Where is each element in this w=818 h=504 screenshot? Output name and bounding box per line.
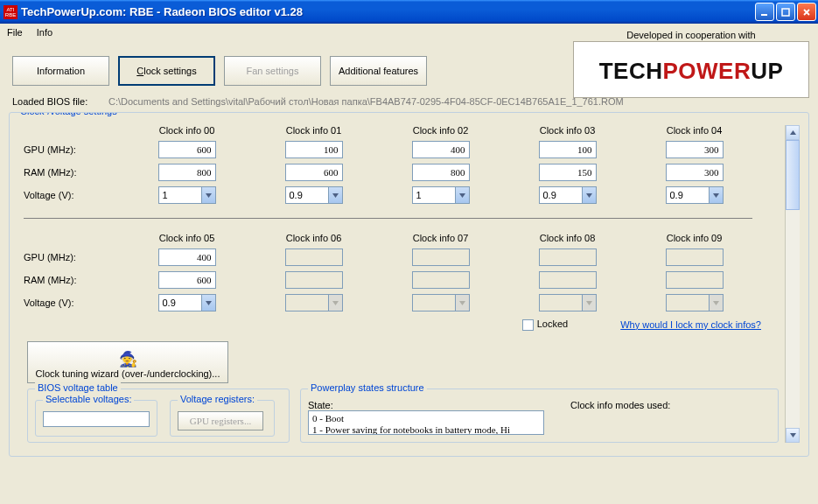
wizard-icon: 🧙 [119, 352, 137, 367]
bios-voltage-legend: BIOS voltage table [35, 382, 121, 393]
voltage-combo-01[interactable]: 0.9 [285, 186, 343, 204]
gpu-input-05[interactable] [158, 248, 216, 266]
ram-input-02[interactable] [412, 164, 470, 181]
col-hdr-05: Clock info 05 [123, 233, 250, 243]
col-hdr-00: Clock info 00 [123, 125, 250, 136]
maximize-button[interactable] [776, 3, 795, 21]
gpu-label: GPU (MHz): [18, 144, 123, 155]
powerplay-legend: Powerplay states structure [308, 382, 427, 393]
col-hdr-09: Clock info 09 [631, 233, 758, 243]
chevron-down-icon [709, 295, 723, 311]
chevron-down-icon [455, 295, 469, 311]
gpu-input-08 [539, 248, 597, 266]
chevron-down-icon [201, 295, 215, 311]
ram-input-04[interactable] [666, 164, 724, 181]
ram-input-07 [412, 271, 470, 289]
col-hdr-07: Clock info 07 [377, 233, 504, 243]
scroll-thumb[interactable] [786, 140, 800, 210]
voltage-combo-04[interactable]: 0.9 [666, 186, 724, 204]
ram-input-08 [539, 271, 597, 289]
clock-modes-label: Clock info modes used: [570, 400, 670, 410]
scroll-up-button[interactable] [786, 125, 800, 140]
voltage-combo-03[interactable]: 0.9 [539, 186, 597, 204]
col-hdr-02: Clock info 02 [377, 125, 504, 136]
gpu-input-06 [285, 248, 343, 266]
cooperation-panel: Developed in cooperation with TECHPOWERU… [573, 41, 809, 98]
ram-input-00[interactable] [158, 164, 216, 181]
ram-input-06 [285, 271, 343, 289]
gpu-input-02[interactable] [412, 141, 470, 158]
svg-rect-1 [782, 9, 789, 16]
locked-checkbox[interactable]: Locked [522, 318, 568, 331]
bios-voltage-table-fieldset: BIOS voltage table Selectable voltages: … [27, 388, 290, 443]
voltage-combo-00[interactable]: 1 [158, 186, 216, 204]
col-hdr-06: Clock info 06 [250, 233, 377, 243]
voltage-combo-08 [539, 294, 597, 312]
ram-label-2: RAM (MHz): [18, 275, 123, 285]
voltage-combo-05[interactable]: 0.9 [158, 294, 216, 312]
voltage-combo-06 [285, 294, 343, 312]
col-hdr-04: Clock info 04 [631, 125, 758, 136]
selectable-voltages-list[interactable] [43, 411, 150, 427]
scroll-down-button[interactable] [786, 428, 800, 443]
voltage-registers-fieldset: Voltage registers: GPU registers... [170, 400, 275, 437]
col-hdr-01: Clock info 01 [250, 125, 377, 136]
tab-clock-settings[interactable]: Clock settings [118, 56, 215, 86]
clock-tuning-wizard-button[interactable]: 🧙 Clock tuning wizard (over-/underclocki… [27, 341, 228, 383]
gpu-input-04[interactable] [666, 141, 724, 158]
why-lock-link[interactable]: Why would I lock my clock infos? [620, 319, 761, 330]
tab-information[interactable]: Information [12, 56, 109, 86]
chevron-down-icon [328, 187, 342, 203]
ram-input-01[interactable] [285, 164, 343, 181]
voltage-combo-09 [666, 294, 724, 312]
divider [24, 218, 752, 219]
menu-info[interactable]: Info [35, 25, 54, 38]
loaded-bios-path: C:\Documents and Settings\vital\Рабочий … [108, 96, 624, 107]
col-hdr-08: Clock info 08 [504, 233, 631, 243]
checkbox-icon [522, 319, 534, 331]
chevron-down-icon [328, 295, 342, 311]
app-icon: ATIRBE [3, 5, 17, 19]
ram-input-05[interactable] [158, 271, 216, 289]
tab-fan-settings: Fan settings [224, 56, 321, 86]
voltage-registers-legend: Voltage registers: [178, 394, 257, 404]
gpu-input-03[interactable] [539, 141, 597, 158]
voltage-combo-02[interactable]: 1 [412, 186, 470, 204]
svg-rect-0 [761, 14, 767, 16]
minimize-button[interactable] [755, 3, 774, 21]
scroll-track[interactable] [786, 210, 800, 428]
loaded-bios-label: Loaded BIOS file: [12, 96, 108, 107]
menu-file[interactable]: File [5, 25, 24, 38]
selectable-voltages-legend: Selectable voltages: [43, 394, 134, 404]
chevron-down-icon [709, 187, 723, 203]
ram-input-03[interactable] [539, 164, 597, 181]
col-hdr-03: Clock info 03 [504, 125, 631, 136]
state-item-0[interactable]: 0 - Boot [312, 413, 540, 424]
cooperation-label: Developed in cooperation with [574, 30, 808, 40]
gpu-input-09 [666, 248, 724, 266]
chevron-down-icon [582, 295, 596, 311]
gpu-label-2: GPU (MHz): [18, 252, 123, 262]
powerplay-fieldset: Powerplay states structure State: 0 - Bo… [300, 388, 779, 443]
titlebar: ATIRBE TechPowerUp.com: RBE - Radeon BIO… [0, 0, 818, 24]
techpowerup-logo: TECHPOWERUP [574, 42, 808, 97]
chevron-down-icon [201, 187, 215, 203]
gpu-input-01[interactable] [285, 141, 343, 158]
chevron-down-icon [582, 187, 596, 203]
voltage-combo-07 [412, 294, 470, 312]
close-button[interactable] [797, 3, 816, 21]
voltage-label-2: Voltage (V): [18, 298, 123, 308]
state-label: State: [308, 400, 544, 410]
ram-input-09 [666, 271, 724, 289]
state-item-1[interactable]: 1 - Power saving for notebooks in batter… [312, 424, 540, 435]
state-listbox[interactable]: 0 - Boot 1 - Power saving for notebooks … [308, 410, 544, 435]
vertical-scrollbar[interactable] [785, 125, 800, 443]
gpu-registers-button: GPU registers... [178, 411, 263, 430]
chevron-down-icon [455, 187, 469, 203]
tab-additional-features[interactable]: Additional features [330, 56, 427, 86]
clock-voltage-legend: Clock-/voltage settings [17, 112, 121, 116]
gpu-input-00[interactable] [158, 141, 216, 158]
ram-label: RAM (MHz): [18, 167, 123, 178]
selectable-voltages-fieldset: Selectable voltages: [35, 400, 157, 437]
voltage-label: Voltage (V): [18, 190, 123, 200]
